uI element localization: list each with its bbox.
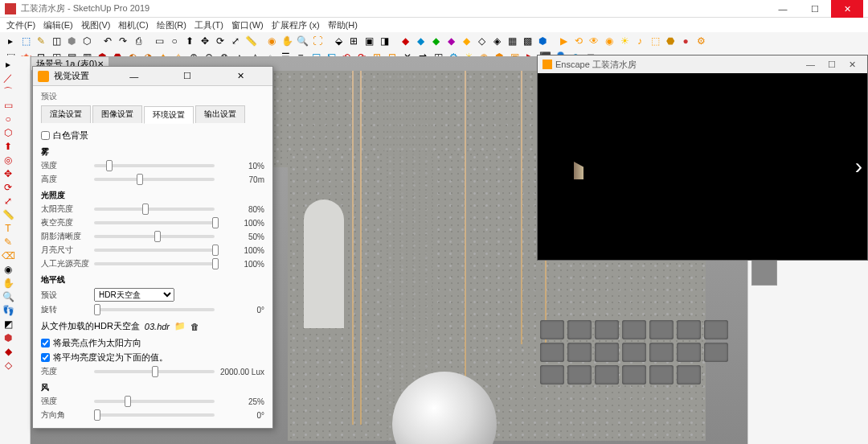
maximize-button[interactable]: ☐ (799, 0, 831, 18)
menu-view[interactable]: 视图(V) (78, 19, 114, 31)
lt-paint-icon[interactable]: ✎ (2, 236, 14, 249)
lt-pan-icon[interactable]: ✋ (2, 277, 14, 290)
thumb-item[interactable] (595, 343, 619, 362)
wind-intensity-slider[interactable] (94, 400, 215, 403)
rotation-slider[interactable] (94, 308, 215, 311)
moon-slider[interactable] (94, 249, 215, 252)
tool-rotate-icon[interactable]: ⟳ (213, 34, 227, 48)
tool-select-icon[interactable]: ▸ (3, 34, 18, 48)
lt-3dw-icon[interactable]: ⬢ (2, 331, 14, 344)
night-slider[interactable] (94, 221, 215, 224)
thumb-item[interactable] (677, 320, 701, 339)
lt-section-icon[interactable]: ◩ (2, 318, 14, 331)
ens-close-icon[interactable]: ✕ (842, 60, 862, 70)
lt-select-icon[interactable]: ▸ (2, 58, 14, 71)
avg-bright-checkbox[interactable] (41, 353, 50, 362)
ens-asset-icon[interactable]: ⬣ (663, 34, 678, 48)
ens-sound-icon[interactable]: ♪ (633, 34, 647, 48)
next-arrow-icon[interactable]: › (855, 154, 862, 179)
thumb-item[interactable] (567, 343, 592, 362)
lt-x2-icon[interactable]: ◇ (2, 359, 14, 372)
tool-orbit-icon[interactable]: ◉ (264, 34, 279, 48)
style-thumb[interactable] (751, 260, 777, 286)
artificial-slider[interactable] (94, 262, 215, 265)
fog-intensity-slider[interactable] (94, 164, 215, 167)
horizon-preset-select[interactable]: HDR天空盒 (94, 288, 174, 302)
thumb-item[interactable] (567, 320, 592, 339)
tool-move-icon[interactable]: ✥ (198, 34, 212, 48)
ens-light-icon[interactable]: ☀ (617, 34, 632, 48)
thumb-item[interactable] (540, 343, 564, 362)
thumb-item[interactable] (622, 365, 646, 384)
menu-tools[interactable]: 工具(T) (191, 19, 227, 31)
lt-move-icon[interactable]: ✥ (2, 167, 14, 180)
ext-6-icon[interactable]: ◇ (474, 34, 489, 48)
tool-print-icon[interactable]: ⎙ (131, 34, 145, 48)
tool-top-icon[interactable]: ⊞ (346, 34, 361, 48)
ext-3-icon[interactable]: ◆ (428, 34, 443, 48)
thumb-item[interactable] (595, 320, 619, 339)
thumb-item[interactable] (622, 320, 646, 339)
ens-min-icon[interactable]: — (800, 60, 821, 69)
tool-iso-icon[interactable]: ⬙ (331, 34, 346, 48)
tab-output[interactable]: 输出设置 (195, 105, 245, 123)
tab-render[interactable]: 渲染设置 (41, 105, 91, 123)
lt-x1-icon[interactable]: ◆ (2, 345, 14, 358)
sun-slider[interactable] (94, 208, 215, 211)
white-bg-checkbox[interactable] (41, 131, 50, 140)
tool-component-icon[interactable]: ⬚ (18, 34, 33, 48)
ext-1-icon[interactable]: ◆ (398, 34, 412, 48)
menu-ext[interactable]: 扩展程序 (x) (268, 19, 323, 31)
thumb-item[interactable] (540, 320, 564, 339)
ens-live-icon[interactable]: 👁 (587, 34, 601, 48)
lt-walk-icon[interactable]: 👣 (2, 304, 14, 317)
lt-line-icon[interactable]: ／ (2, 72, 14, 84)
thumb-item[interactable] (704, 343, 728, 362)
brightness-slider[interactable] (94, 370, 215, 373)
menu-draw[interactable]: 绘图(R) (154, 19, 190, 31)
folder-icon[interactable]: 📁 (174, 321, 186, 331)
close-button[interactable]: ✕ (831, 0, 863, 18)
tool-front-icon[interactable]: ▣ (362, 34, 376, 48)
dialog-max-icon[interactable]: ☐ (161, 71, 215, 81)
wind-dir-slider[interactable] (94, 413, 215, 417)
lt-orbit-icon[interactable]: ◉ (2, 263, 14, 276)
tool-tape-icon[interactable]: 📏 (244, 34, 258, 48)
thumb-item[interactable] (622, 343, 646, 362)
tool-wire-icon[interactable]: ⬡ (80, 34, 94, 48)
ens-max-icon[interactable]: ☐ (821, 60, 842, 70)
lt-tape-icon[interactable]: 📏 (2, 208, 14, 221)
dialog-min-icon[interactable]: — (108, 72, 162, 81)
tool-push-icon[interactable]: ⬆ (182, 34, 197, 48)
minimize-button[interactable]: — (767, 0, 799, 18)
lt-zoom-icon[interactable]: 🔍 (2, 290, 14, 303)
ens-set-icon[interactable]: ⚙ (694, 34, 708, 48)
lt-text-icon[interactable]: T (2, 222, 14, 235)
thumb-item[interactable] (567, 365, 592, 384)
tool-side-icon[interactable]: ◨ (377, 34, 391, 48)
menu-file[interactable]: 文件(F) (3, 19, 39, 31)
tool-pan-icon[interactable]: ✋ (280, 34, 294, 48)
enscape-viewport[interactable]: › (538, 73, 867, 260)
tool-rect-icon[interactable]: ▭ (152, 34, 166, 48)
ext-2-icon[interactable]: ◆ (413, 34, 428, 48)
ext-4-icon[interactable]: ◆ (444, 34, 458, 48)
ens-start-icon[interactable]: ▶ (556, 34, 571, 48)
sun-dir-checkbox[interactable] (41, 339, 50, 347)
ext-10-icon[interactable]: ⬢ (535, 34, 550, 48)
lt-offset-icon[interactable]: ◎ (2, 154, 14, 166)
thumb-item[interactable] (649, 343, 674, 362)
lt-rect-icon[interactable]: ▭ (2, 99, 14, 112)
enscape-window[interactable]: Enscape 工装清水房 — ☐ ✕ › (537, 55, 868, 261)
fog-height-slider[interactable] (94, 178, 215, 181)
tool-scale-icon[interactable]: ⤢ (228, 34, 243, 48)
thumb-item[interactable] (595, 365, 619, 384)
tab-image[interactable]: 图像设置 (92, 105, 142, 123)
ext-9-icon[interactable]: ▩ (520, 34, 534, 48)
ext-5-icon[interactable]: ◆ (459, 34, 473, 48)
dialog-close-icon[interactable]: ✕ (215, 71, 268, 81)
thumb-item[interactable] (540, 365, 564, 384)
thumb-item[interactable] (677, 343, 701, 362)
ens-mat-icon[interactable]: ◉ (602, 34, 616, 48)
thumb-item[interactable] (677, 365, 701, 384)
